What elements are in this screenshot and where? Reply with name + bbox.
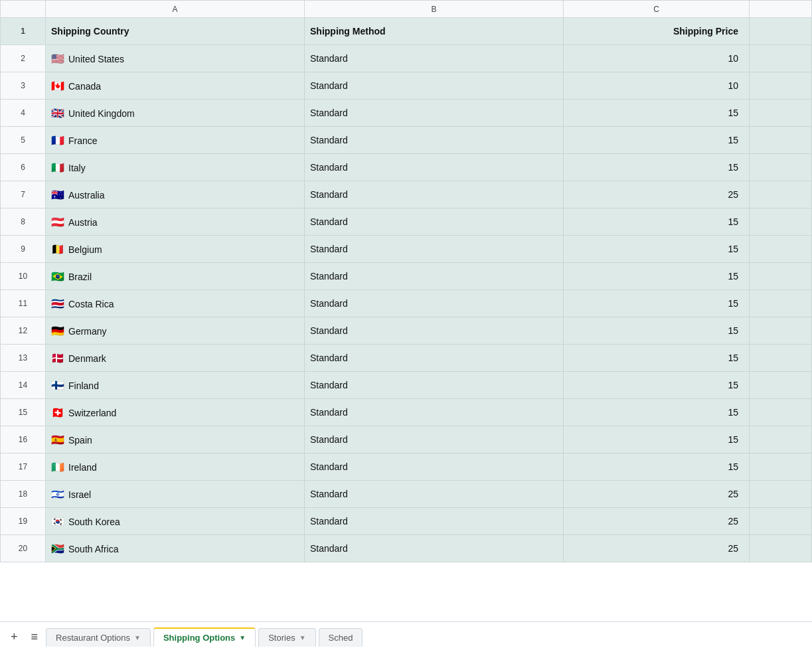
sheet-menu-button[interactable]: ≡ [26,627,44,647]
price-cell[interactable]: 15 [564,290,750,317]
extra-cell [750,426,812,453]
row-num-10: 10 [1,263,46,290]
price-cell[interactable]: 15 [564,263,750,290]
country-cell[interactable]: 🇺🇸United States [46,45,305,72]
row-num-17: 17 [1,453,46,481]
country-cell[interactable]: 🇨🇭Switzerland [46,399,305,426]
method-cell[interactable]: Standard [305,208,564,236]
sheet-area: A B C 1 Shipping Country Shipping Method… [0,0,812,621]
country-cell[interactable]: 🇩🇰Denmark [46,345,305,372]
extra-cell [750,290,812,317]
method-cell[interactable]: Standard [305,317,564,345]
method-cell[interactable]: Standard [305,263,564,290]
row-num-19: 19 [1,508,46,535]
price-cell[interactable]: 15 [564,453,750,481]
price-cell[interactable]: 15 [564,236,750,263]
table-row: 12🇩🇪GermanyStandard15 [1,317,812,345]
price-cell[interactable]: 10 [564,45,750,72]
method-cell[interactable]: Standard [305,535,564,562]
method-cell[interactable]: Standard [305,290,564,317]
col-c-header-cell[interactable]: Shipping Price [564,18,750,45]
method-cell[interactable]: Standard [305,181,564,208]
flag-icon: 🇮🇹 [51,162,64,173]
country-cell[interactable]: 🇰🇷South Korea [46,508,305,535]
country-cell[interactable]: 🇮🇪Ireland [46,453,305,481]
price-cell[interactable]: 15 [564,399,750,426]
country-cell[interactable]: 🇫🇷France [46,127,305,154]
price-cell[interactable]: 10 [564,72,750,100]
col-header-c[interactable]: C [564,1,750,18]
col-b-header-cell[interactable]: Shipping Method [305,18,564,45]
method-cell[interactable]: Standard [305,154,564,181]
price-cell[interactable]: 25 [564,181,750,208]
price-cell[interactable]: 25 [564,508,750,535]
add-sheet-button[interactable]: + [5,627,23,647]
extra-cell [750,208,812,236]
country-cell[interactable]: 🇨🇷Costa Rica [46,290,305,317]
col-header-a[interactable]: A [46,1,305,18]
row-num-12: 12 [1,317,46,345]
method-cell[interactable]: Standard [305,100,564,127]
tab-shipping-options-label: Shipping Options [163,633,235,643]
extra-cell [750,508,812,535]
method-cell[interactable]: Standard [305,508,564,535]
tab-shipping-options[interactable]: Shipping Options ▼ [153,627,256,647]
tab-restaurant-options[interactable]: Restaurant Options ▼ [46,628,151,647]
tab-restaurant-options-chevron: ▼ [134,634,141,641]
country-cell[interactable]: 🇧🇪Belgium [46,236,305,263]
country-cell[interactable]: 🇫🇮Finland [46,372,305,399]
country-cell[interactable]: 🇧🇷Brazil [46,263,305,290]
row-num-13: 13 [1,345,46,372]
method-cell[interactable]: Standard [305,372,564,399]
country-cell[interactable]: 🇦🇺Australia [46,181,305,208]
country-cell[interactable]: 🇮🇱Israel [46,481,305,508]
table-row: 8🇦🇹AustriaStandard15 [1,208,812,236]
price-cell[interactable]: 15 [564,426,750,453]
method-cell[interactable]: Standard [305,345,564,372]
extra-cell [750,236,812,263]
tab-stories-label: Stories [268,633,295,643]
price-cell[interactable]: 15 [564,208,750,236]
country-cell[interactable]: 🇪🇸Spain [46,426,305,453]
method-cell[interactable]: Standard [305,72,564,100]
table-row: 14🇫🇮FinlandStandard15 [1,372,812,399]
price-cell[interactable]: 15 [564,100,750,127]
tab-stories[interactable]: Stories ▼ [258,628,315,647]
price-cell[interactable]: 15 [564,127,750,154]
price-cell[interactable]: 25 [564,481,750,508]
price-cell[interactable]: 15 [564,372,750,399]
method-cell[interactable]: Standard [305,127,564,154]
price-cell[interactable]: 25 [564,535,750,562]
tab-sched[interactable]: Sched [319,628,363,647]
method-cell[interactable]: Standard [305,453,564,481]
method-cell[interactable]: Standard [305,399,564,426]
method-cell[interactable]: Standard [305,236,564,263]
row-num-14: 14 [1,372,46,399]
table-row: 15🇨🇭SwitzerlandStandard15 [1,399,812,426]
col-header-b[interactable]: B [305,1,564,18]
country-cell[interactable]: 🇨🇦Canada [46,72,305,100]
price-cell[interactable]: 15 [564,154,750,181]
flag-icon: 🇨🇷 [51,298,64,309]
spreadsheet-table: A B C 1 Shipping Country Shipping Method… [0,0,812,562]
method-cell[interactable]: Standard [305,426,564,453]
method-cell[interactable]: Standard [305,481,564,508]
country-cell[interactable]: 🇬🇧United Kingdom [46,100,305,127]
flag-icon: 🇬🇧 [51,108,64,119]
flag-icon: 🇧🇷 [51,271,64,282]
extra-cell [750,372,812,399]
col-a-header-cell[interactable]: Shipping Country [46,18,305,45]
method-cell[interactable]: Standard [305,45,564,72]
price-cell[interactable]: 15 [564,345,750,372]
country-cell[interactable]: 🇮🇹Italy [46,154,305,181]
country-cell[interactable]: 🇦🇹Austria [46,208,305,236]
col-header-extra [750,1,812,18]
table-row: 9🇧🇪BelgiumStandard15 [1,236,812,263]
tab-shipping-options-chevron: ▼ [239,634,246,641]
country-cell[interactable]: 🇿🇦South Africa [46,535,305,562]
extra-cell [750,263,812,290]
row-num-6: 6 [1,154,46,181]
country-cell[interactable]: 🇩🇪Germany [46,317,305,345]
extra-cell [750,535,812,562]
price-cell[interactable]: 15 [564,317,750,345]
